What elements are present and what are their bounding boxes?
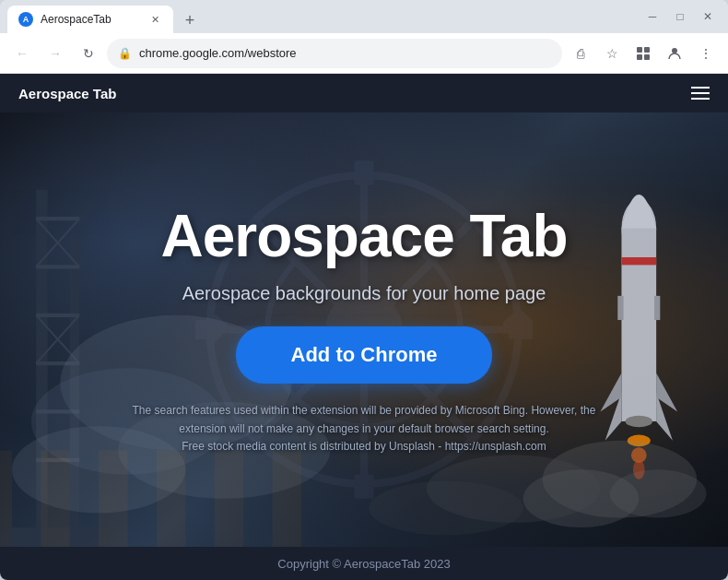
- hamburger-line-2: [691, 92, 710, 94]
- svg-point-44: [610, 469, 707, 517]
- hamburger-menu[interactable]: [691, 87, 710, 100]
- tabs-area: A AerospaceTab ✕ +: [7, 0, 640, 33]
- hamburger-line-3: [691, 98, 710, 100]
- hero-subtitle: Aerospace backgrounds for your home page: [182, 283, 546, 304]
- svg-rect-51: [0, 450, 12, 547]
- add-to-chrome-button[interactable]: Add to Chrome: [236, 326, 493, 384]
- nav-bar: ← → ↻ 🔒 chrome.google.com/webstore ⎙ ☆: [0, 33, 728, 74]
- hero-section: Aerospace Tab Aerospace backgrounds for …: [0, 112, 728, 547]
- active-tab[interactable]: A AerospaceTab ✕: [7, 6, 173, 33]
- svg-rect-0: [637, 47, 642, 53]
- toolbar-icons: ⎙ ☆ ⋮: [566, 39, 721, 68]
- hamburger-line-1: [691, 87, 710, 89]
- lock-icon: 🔒: [118, 47, 132, 60]
- address-bar[interactable]: 🔒 chrome.google.com/webstore: [107, 39, 562, 68]
- profile-icon[interactable]: [660, 39, 689, 68]
- back-button[interactable]: ←: [7, 39, 37, 68]
- svg-rect-3: [644, 54, 650, 60]
- extensions-icon[interactable]: [628, 39, 658, 68]
- svg-rect-14: [355, 160, 374, 184]
- address-text: chrome.google.com/webstore: [139, 46, 551, 60]
- bookmark-icon[interactable]: ☆: [597, 39, 627, 68]
- tab-favicon: A: [18, 12, 33, 27]
- hero-title: Aerospace Tab: [160, 204, 567, 268]
- ext-header-title: Aerospace Tab: [18, 86, 116, 101]
- svg-rect-2: [637, 54, 642, 60]
- svg-rect-1: [644, 47, 650, 53]
- close-button[interactable]: ✕: [695, 4, 721, 30]
- maximize-button[interactable]: □: [667, 4, 693, 30]
- minimize-button[interactable]: ─: [640, 4, 665, 30]
- svg-rect-54: [157, 450, 185, 547]
- svg-rect-52: [41, 450, 69, 547]
- reload-button[interactable]: ↻: [74, 39, 103, 68]
- tab-title: AerospaceTab: [41, 13, 140, 26]
- disclaimer-line-2: extension will not make any changes in y…: [179, 422, 549, 435]
- forward-button[interactable]: →: [41, 39, 70, 68]
- svg-rect-55: [215, 450, 243, 547]
- share-icon[interactable]: ⎙: [566, 39, 595, 68]
- disclaimer-line-3: Free stock media content is distributed …: [182, 440, 546, 453]
- page-wrapper: Aerospace Tab: [0, 74, 728, 580]
- tab-close-button[interactable]: ✕: [147, 12, 162, 27]
- window-controls: ─ □ ✕: [640, 4, 721, 30]
- svg-rect-15: [355, 475, 374, 499]
- hero-content: Aerospace Tab Aerospace backgrounds for …: [96, 204, 633, 456]
- svg-point-4: [672, 48, 677, 53]
- ext-header: Aerospace Tab: [0, 74, 728, 112]
- svg-point-46: [369, 481, 523, 536]
- svg-rect-56: [273, 450, 301, 547]
- ext-footer: Copyright © AerospaceTab 2023: [0, 547, 728, 580]
- svg-rect-41: [654, 296, 660, 320]
- svg-rect-53: [99, 450, 127, 547]
- disclaimer-text: The search features used within the exte…: [133, 402, 596, 456]
- browser-window: A AerospaceTab ✕ + ─ □ ✕ ← → ↻ �: [0, 0, 728, 580]
- footer-copyright: Copyright © AerospaceTab 2023: [277, 557, 450, 571]
- disclaimer-line-1: The search features used within the exte…: [133, 404, 596, 417]
- menu-icon[interactable]: ⋮: [691, 39, 721, 68]
- new-tab-button[interactable]: +: [177, 7, 203, 33]
- title-bar: A AerospaceTab ✕ + ─ □ ✕: [0, 0, 728, 33]
